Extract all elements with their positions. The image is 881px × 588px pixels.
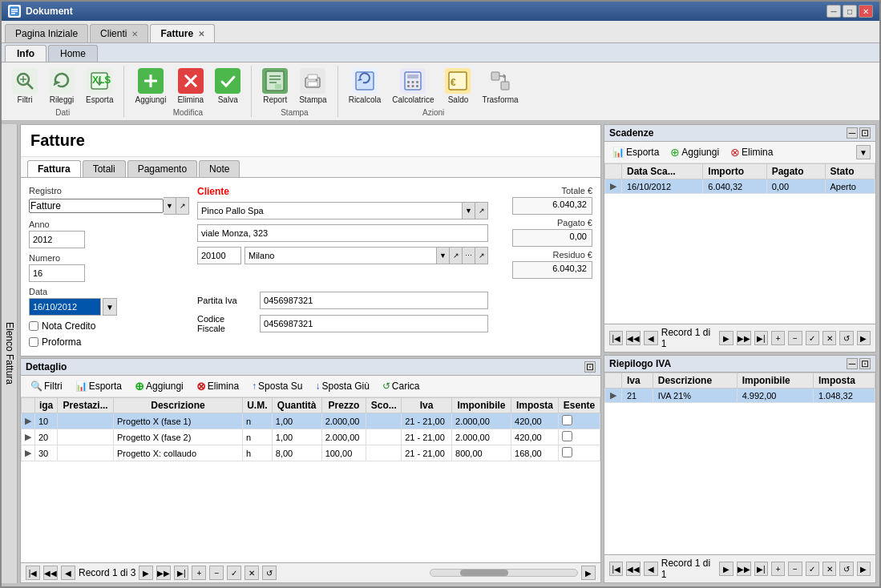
riepilogo-th-iva[interactable]: Iva xyxy=(622,373,653,389)
cliente-nav-btn[interactable]: ↗ xyxy=(475,202,488,219)
riepilogo-refresh-btn[interactable]: ↺ xyxy=(839,562,853,576)
dettaglio-elimina-btn[interactable]: ⊗ Elimina xyxy=(193,378,242,394)
table-row[interactable]: ▶ 10 Progetto X (fase 1) n 1,00 2.000,00… xyxy=(22,413,600,429)
scad-first-btn[interactable]: |◀ xyxy=(609,331,623,345)
data-input[interactable] xyxy=(29,298,101,316)
dettaglio-carica-btn[interactable]: ↺ Carica xyxy=(379,379,423,393)
city-extra-btn[interactable]: ⋯ xyxy=(463,247,475,264)
det-scroll-right-btn[interactable]: ▶ xyxy=(581,566,596,580)
dettaglio-sposta-giu-btn[interactable]: ↓ Sposta Giù xyxy=(312,379,372,393)
riepilogo-pin-btn[interactable]: ⊡ xyxy=(859,358,871,369)
det-minus-btn[interactable]: − xyxy=(209,566,224,580)
calcolatrice-button[interactable]: Calcolatrice xyxy=(388,66,438,107)
tab-close-fatture[interactable]: ✕ xyxy=(198,30,204,38)
registro-input[interactable] xyxy=(29,199,164,213)
det-add-btn[interactable]: + xyxy=(192,566,206,580)
salva-button[interactable]: Salva xyxy=(211,66,244,107)
scadenze-aggiungi-btn[interactable]: ⊕ Aggiungi xyxy=(667,144,722,160)
riepilogo-minus-btn[interactable]: − xyxy=(788,562,802,576)
tab-close-clienti[interactable]: ✕ xyxy=(131,30,138,38)
scad-th-stato[interactable]: Stato xyxy=(825,164,875,179)
riepilogo-edit-btn[interactable]: ✓ xyxy=(806,562,819,576)
th-um[interactable]: U.M. xyxy=(242,398,272,413)
data-calendar-btn[interactable]: ▼ xyxy=(103,298,117,316)
riepilogo-prev-btn[interactable]: ◀◀ xyxy=(626,562,641,576)
th-quantita[interactable]: Quantità xyxy=(272,398,321,413)
riepilogo-next-btn[interactable]: ▶▶ xyxy=(737,562,751,576)
dettaglio-aggiungi-btn[interactable]: ⊕ Aggiungi xyxy=(131,378,187,394)
riepilogo-last-btn[interactable]: ▶| xyxy=(754,562,768,576)
numero-input[interactable] xyxy=(29,264,85,282)
det-last-btn[interactable]: ▶| xyxy=(174,566,188,580)
tab-fatture[interactable]: Fatture ✕ xyxy=(150,24,215,42)
scad-th-pagato[interactable]: Pagato xyxy=(766,164,825,179)
registro-dropdown-btn[interactable]: ▼ xyxy=(164,197,176,215)
scadenze-min-btn[interactable]: ─ xyxy=(847,127,858,139)
form-tab-totali[interactable]: Totali xyxy=(83,160,126,177)
partita-iva-input[interactable] xyxy=(260,292,488,309)
riepilogo-th-descrizione[interactable]: Descrizione xyxy=(653,373,737,389)
scad-cancel-btn[interactable]: ✕ xyxy=(822,331,836,345)
th-descrizione[interactable]: Descrizione xyxy=(114,398,243,413)
report-button[interactable]: Report xyxy=(258,66,292,107)
proforma-checkbox[interactable] xyxy=(29,337,38,347)
scad-next-btn[interactable]: ▶▶ xyxy=(737,331,751,345)
nota-credito-checkbox[interactable] xyxy=(29,321,38,331)
scad-right-btn[interactable]: ▶ xyxy=(857,331,871,345)
city-input[interactable] xyxy=(244,247,437,264)
det-edit-btn[interactable]: ✓ xyxy=(227,566,241,580)
table-row[interactable]: ▶ 30 Progetto X: collaudo h 8,00 100,00 … xyxy=(22,445,600,461)
riepilogo-right-btn[interactable]: ▶ xyxy=(857,562,871,576)
city-extra-btn2[interactable]: ↗ xyxy=(475,247,488,264)
scadenze-elimina-btn[interactable]: ⊗ Elimina xyxy=(727,144,776,160)
scad-prev1-btn[interactable]: ◀ xyxy=(644,331,657,345)
postcode-input[interactable] xyxy=(197,247,241,264)
elimina-button[interactable]: Elimina xyxy=(173,66,208,107)
trasforma-button[interactable]: Trasforma xyxy=(478,66,522,107)
scadenze-pin-btn[interactable]: ⊡ xyxy=(859,127,871,139)
scad-th-data[interactable]: Data Sca... xyxy=(622,164,703,179)
th-imponibile[interactable]: Imponibile xyxy=(452,398,511,413)
form-tab-note[interactable]: Note xyxy=(199,160,240,177)
filtri-button[interactable]: Filtri xyxy=(8,66,42,107)
scad-prev-btn[interactable]: ◀◀ xyxy=(626,331,641,345)
tab-pagina-iniziale[interactable]: Pagina Iniziale xyxy=(5,24,88,42)
scad-add-btn[interactable]: + xyxy=(771,331,785,345)
det-first-btn[interactable]: |◀ xyxy=(26,566,40,580)
scad-next1-btn[interactable]: ▶ xyxy=(719,331,733,345)
det-refresh-btn[interactable]: ↺ xyxy=(262,566,277,580)
table-row[interactable]: ▶ 21 IVA 21% 4.992,00 1.048,32 xyxy=(605,389,875,403)
scad-refresh-btn[interactable]: ↺ xyxy=(839,331,853,345)
form-tab-fattura[interactable]: Fattura xyxy=(27,160,81,177)
riepilogo-prev1-btn[interactable]: ◀ xyxy=(644,562,657,576)
th-imposta[interactable]: Imposta xyxy=(511,398,559,413)
riepilogo-add-btn[interactable]: + xyxy=(771,562,785,576)
det-prev-btn[interactable]: ◀◀ xyxy=(43,566,58,580)
det-scrollbar[interactable] xyxy=(430,569,578,577)
riepilogo-first-btn[interactable]: |◀ xyxy=(609,562,623,576)
city-nav-btn[interactable]: ↗ xyxy=(450,247,463,264)
riepilogo-next1-btn[interactable]: ▶ xyxy=(719,562,733,576)
th-sconto[interactable]: Sco... xyxy=(366,398,402,413)
det-next1-btn[interactable]: ▶ xyxy=(139,566,153,580)
codice-fiscale-input[interactable] xyxy=(260,315,488,332)
scad-th-importo[interactable]: Importo xyxy=(703,164,766,179)
rileggi-button[interactable]: Rileggi xyxy=(45,66,79,107)
maximize-button[interactable]: □ xyxy=(843,5,857,18)
cliente-address-input[interactable] xyxy=(197,224,488,242)
riepilogo-min-btn[interactable]: ─ xyxy=(847,358,858,369)
th-prestazione[interactable]: Prestazi... xyxy=(58,398,114,413)
close-button[interactable]: ✕ xyxy=(859,5,873,18)
aggiungi-button[interactable]: Aggiungi xyxy=(131,66,170,107)
registro-nav-btn[interactable]: ↗ xyxy=(176,197,189,215)
form-tab-pagamento[interactable]: Pagamento xyxy=(127,160,197,177)
saldo-button[interactable]: € Saldo xyxy=(441,66,475,107)
cliente-name-input[interactable] xyxy=(197,202,463,219)
th-iva[interactable]: Iva xyxy=(402,398,452,413)
sidebar-label[interactable]: Elenco Fattura xyxy=(2,124,18,583)
esporta-button[interactable]: XLS Esporta xyxy=(82,66,117,107)
dettaglio-esporta-btn[interactable]: 📊 Esporta xyxy=(72,379,125,393)
th-iga[interactable]: iga xyxy=(35,398,58,413)
scad-minus-btn[interactable]: − xyxy=(788,331,802,345)
det-cancel-btn[interactable]: ✕ xyxy=(244,566,259,580)
